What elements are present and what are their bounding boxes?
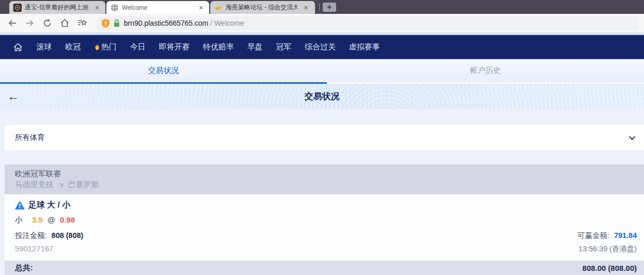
bet-details: 足球 大 / 小 小 3.5 @ 0.98 投注金额: 808 (808) 可赢…	[5, 194, 644, 261]
back-icon[interactable]	[5, 16, 20, 30]
stake-row: 投注金额: 808 (808) 可赢金额: 791.84	[15, 231, 637, 241]
browser-toolbar: brn90.plastic5665765.com / Welcome	[0, 14, 644, 33]
chevron-down-icon	[629, 134, 636, 140]
sport-filter-dropdown[interactable]: 所有体育	[5, 125, 644, 150]
flame-icon	[94, 44, 100, 51]
page-title: 交易状况	[305, 90, 340, 102]
nav-item-label: 今日	[130, 42, 145, 52]
shield-warning-icon[interactable]	[102, 19, 109, 28]
nav-item-label: 滚球	[36, 42, 52, 52]
tab-title: Welcome	[122, 4, 193, 11]
browser-tabstrip: 通宝-信誉最好的网上游戏平 × Welcome × 海燕策略论坛 - 综合交流大…	[0, 0, 644, 14]
statement-tabs: 交易状况 帐户历史	[0, 59, 644, 84]
secure-lock-icon[interactable]	[113, 19, 120, 27]
market-name: 足球 大 / 小	[28, 200, 70, 211]
tab-close-icon[interactable]: ×	[197, 4, 205, 11]
main-nav: 滚球 欧冠 热门 今日 即将开赛 特优赔率 早盘 冠军 综合过关 虚拟赛事	[0, 35, 644, 59]
stake-label: 投注金额:	[15, 231, 47, 240]
total-row: 总共: 808.00 (808.00)	[5, 261, 644, 275]
globe-favicon-icon	[111, 4, 119, 12]
bookmarks-list-icon[interactable]	[75, 16, 89, 30]
nav-item-outright[interactable]: 冠军	[269, 42, 298, 52]
nav-home-icon[interactable]	[6, 42, 30, 52]
browser-tab-welcome[interactable]: Welcome ×	[106, 1, 209, 14]
total-label: 总共:	[15, 263, 33, 273]
nav-item-label: 热门	[101, 42, 117, 52]
match-header: 欧洲冠军联赛 马德里竞技 v 巴塞罗那	[5, 164, 644, 194]
nav-item-virtual[interactable]: 虚拟赛事	[342, 42, 387, 52]
new-tab-button[interactable]: +	[323, 3, 336, 12]
match-teams: 马德里竞技 v 巴塞罗那	[15, 179, 634, 190]
browser-tab-tongbao[interactable]: 通宝-信誉最好的网上游戏平 ×	[9, 1, 105, 14]
nav-item-label: 特优赔率	[203, 42, 234, 52]
total-value: 808.00 (808.00)	[582, 264, 637, 272]
page-header: ← 交易状况	[0, 84, 644, 109]
url-path: / Welcome	[208, 19, 244, 27]
forward-icon[interactable]	[23, 16, 37, 30]
nav-item-special-odds[interactable]: 特优赔率	[196, 42, 241, 52]
tab-account-history[interactable]: 帐户历史	[327, 59, 644, 84]
nav-item-hot[interactable]: 热门	[87, 42, 123, 52]
tab-title: 海燕策略论坛 - 综合交流大	[226, 3, 298, 12]
pick-row: 小 3.5 @ 0.98	[15, 215, 637, 225]
nav-item-label: 欧冠	[65, 42, 81, 52]
address-bar[interactable]: brn90.plastic5665765.com / Welcome	[97, 16, 639, 30]
tab-close-icon[interactable]: ×	[302, 4, 310, 11]
coin-emblem-favicon-icon	[13, 4, 22, 12]
url-host: brn90.plastic5665765.com	[124, 19, 208, 27]
nav-item-label: 即将开赛	[159, 42, 190, 52]
pick-selection: 小	[15, 215, 23, 224]
sport-filter-label: 所有体育	[15, 133, 45, 142]
warning-triangle-icon	[15, 201, 25, 210]
tab-title: 通宝-信誉最好的网上游戏平	[25, 3, 89, 12]
home-icon[interactable]	[58, 16, 72, 30]
bet-time: 13:56:39 (香港盘)	[578, 244, 637, 254]
market-row: 足球 大 / 小	[15, 200, 637, 211]
win-group: 可赢金额: 791.84	[578, 231, 637, 241]
tab-separator	[319, 3, 320, 11]
stake-group: 投注金额: 808 (808)	[15, 231, 83, 241]
tab-close-icon[interactable]: ×	[93, 4, 101, 11]
nav-item-live[interactable]: 滚球	[30, 42, 59, 52]
nav-item-label: 冠军	[276, 42, 291, 52]
browser-tab-haiyan[interactable]: 海燕策略论坛 - 综合交流大 ×	[210, 1, 315, 14]
ticket-id: 590127167	[15, 244, 53, 253]
nav-item-label: 虚拟赛事	[349, 42, 380, 52]
nav-item-parlay[interactable]: 综合过关	[298, 42, 342, 52]
nav-item-label: 综合过关	[305, 42, 336, 52]
bet-ticket-card: 欧洲冠军联赛 马德里竞技 v 巴塞罗那 足球 大 / 小 小 3.5 @ 0.9…	[5, 164, 644, 275]
reload-icon[interactable]	[40, 16, 54, 30]
win-label: 可赢金额:	[578, 231, 610, 240]
pick-odds: 0.98	[60, 215, 75, 224]
pick-handicap: 3.5	[32, 215, 43, 224]
nav-item-today[interactable]: 今日	[123, 42, 152, 52]
nav-item-early[interactable]: 早盘	[241, 42, 269, 52]
content-area: 所有体育 欧洲冠军联赛 马德里竞技 v 巴塞罗那 足球 大 / 小 小 3.5 …	[0, 109, 644, 275]
back-arrow-icon[interactable]: ←	[7, 90, 19, 102]
nav-item-ucl[interactable]: 欧冠	[59, 42, 87, 52]
tab-transaction-status[interactable]: 交易状况	[0, 59, 327, 84]
stake-value: 808 (808)	[51, 231, 83, 240]
at-sign: @	[47, 215, 55, 224]
seagull-favicon-icon	[214, 4, 223, 12]
win-value: 791.84	[614, 231, 637, 240]
nav-item-upcoming[interactable]: 即将开赛	[152, 42, 196, 52]
nav-item-label: 早盘	[247, 42, 263, 52]
meta-row: 590127167 13:56:39 (香港盘)	[15, 244, 637, 254]
league-name: 欧洲冠军联赛	[15, 168, 634, 179]
